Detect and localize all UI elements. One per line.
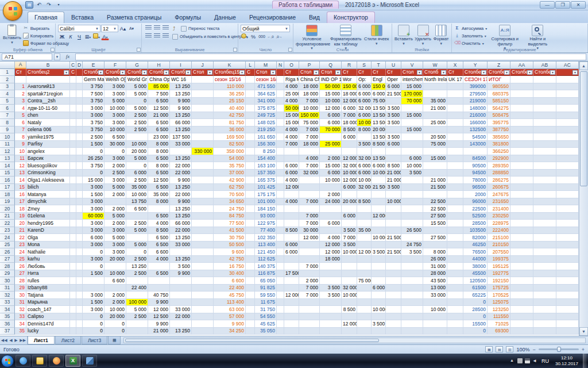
cell-X23[interactable] — [447, 227, 463, 235]
cell-M27[interactable]: 112 625 — [255, 256, 277, 263]
cell-U6[interactable]: 3 500 — [386, 105, 401, 112]
cell-K29[interactable]: 30 400 — [214, 270, 246, 278]
column-header-M[interactable]: M — [255, 62, 277, 69]
cell-N22[interactable] — [277, 220, 284, 227]
cell-W25[interactable] — [423, 241, 447, 249]
cell-U22[interactable] — [386, 220, 401, 227]
cell-K31[interactable]: 22 400 — [214, 285, 246, 292]
cell-O17[interactable]: 12 000 — [284, 184, 299, 191]
cell-L31[interactable] — [246, 285, 255, 292]
sheet-tab-navigation[interactable]: ◀◀ ◀ ▶ ▶▶ — [0, 336, 28, 344]
cell-AC14[interactable] — [556, 162, 579, 170]
cell-C2[interactable] — [70, 76, 76, 83]
cell-L18[interactable] — [246, 191, 255, 198]
cell-W7[interactable] — [423, 112, 447, 120]
filter-dropdown-icon[interactable]: ▼ — [417, 70, 422, 75]
cell-S7[interactable]: 6 000 — [357, 112, 372, 120]
cell-K35[interactable]: 57 000 — [214, 313, 246, 321]
cell-F37[interactable]: 0 — [105, 328, 126, 335]
row-header-3[interactable]: 3 — [0, 83, 15, 91]
cell-A11[interactable]: 9 — [15, 141, 26, 148]
cell-A34[interactable]: 32 — [15, 306, 26, 313]
cell-X28[interactable] — [447, 263, 463, 270]
wrap-text-button[interactable]: Перенос текста — [181, 25, 219, 32]
cell-X26[interactable] — [447, 248, 463, 256]
cell-A4[interactable]: 2 — [15, 90, 26, 98]
cell-V18[interactable] — [401, 191, 423, 198]
column-header-F[interactable]: F — [105, 62, 126, 69]
cell-Q14[interactable]: 15 000 — [320, 162, 342, 170]
cell-V4[interactable]: 170 000 — [401, 90, 423, 98]
cell-R14[interactable]: 32 000 — [342, 162, 357, 170]
cell-S2[interactable]: Op: — [357, 76, 372, 83]
cell-M34[interactable]: 31 750 — [255, 306, 277, 313]
insert-cells-button[interactable]: + Вставить▼ — [394, 25, 413, 46]
cell-Y16[interactable]: 78000 — [463, 177, 488, 184]
cell-D4[interactable] — [76, 90, 83, 98]
cell-B4[interactable]: spartak71region — [26, 90, 70, 98]
cell-F7[interactable]: 3 000 — [105, 112, 126, 120]
cell-D23[interactable] — [76, 227, 83, 235]
cell-V9[interactable]: 15 000 — [401, 126, 423, 134]
cell-Q21[interactable] — [320, 213, 342, 220]
cell-I23[interactable]: 22 000 — [170, 227, 192, 235]
cell-Y28[interactable]: 38000 — [463, 263, 488, 270]
cell-N7[interactable] — [277, 112, 284, 120]
table-header-L1[interactable]: С — [246, 69, 255, 76]
cell-O15[interactable]: 6 000 — [284, 170, 299, 177]
cell-J24[interactable] — [192, 234, 214, 241]
row-header-36[interactable]: 36 — [0, 320, 15, 328]
cell-S22[interactable] — [357, 220, 372, 227]
cell-AC15[interactable] — [556, 170, 579, 177]
font-dialog-launcher[interactable] — [137, 48, 141, 52]
zoom-out-icon[interactable]: − — [532, 347, 535, 352]
cell-T37[interactable] — [372, 328, 386, 335]
row-header-1[interactable]: 1 — [0, 69, 15, 76]
cell-Q5[interactable]: 10 000 — [320, 98, 342, 105]
cell-I27[interactable]: 13 250 — [170, 256, 192, 263]
cell-N36[interactable] — [277, 320, 284, 328]
cell-Z37[interactable]: 69300 — [488, 328, 510, 335]
cell-H34[interactable]: 12 000 — [148, 306, 170, 313]
sheet-tab-list2[interactable]: Лист2 — [55, 336, 81, 344]
cell-Q28[interactable] — [320, 263, 342, 270]
cell-AC8[interactable] — [556, 119, 579, 126]
cell-O32[interactable]: 12 000 — [284, 292, 299, 299]
cell-T4[interactable]: 6 000 — [372, 90, 386, 98]
table-header-AB1[interactable]: Столбе▼ — [533, 69, 556, 76]
cell-D36[interactable] — [76, 320, 83, 328]
cell-AC36[interactable] — [556, 320, 579, 328]
cell-D6[interactable] — [76, 105, 83, 112]
table-header-X1[interactable]: Ст — [447, 69, 463, 76]
cell-F26[interactable]: 3 000 — [105, 248, 126, 256]
cell-AA25[interactable] — [510, 241, 533, 249]
cell-X13[interactable] — [447, 155, 463, 163]
row-header-27[interactable]: 27 — [0, 256, 15, 263]
cell-E36[interactable]: 0 — [83, 320, 105, 328]
cell-J20[interactable] — [192, 205, 214, 213]
cell-Z12[interactable]: 366250 — [488, 148, 510, 155]
cell-E28[interactable]: 0 — [83, 263, 105, 270]
row-header-25[interactable]: 25 — [0, 241, 15, 249]
cell-P28[interactable]: 7 000 — [299, 263, 320, 270]
cell-AB30[interactable] — [533, 277, 556, 285]
cell-U19[interactable]: 10 000 — [386, 198, 401, 206]
cell-W31[interactable]: 13 000 — [423, 285, 447, 292]
cell-M29[interactable]: 116 875 — [255, 270, 277, 278]
cell-W10[interactable]: 20 500 — [423, 133, 447, 141]
cell-A3[interactable]: 1 — [15, 83, 26, 91]
cell-Q11[interactable]: 25 000 — [320, 141, 342, 148]
cell-S29[interactable] — [357, 270, 372, 278]
cell-Y6[interactable]: 148000 — [463, 105, 488, 112]
cell-L12[interactable] — [246, 148, 255, 155]
cell-U9[interactable] — [386, 126, 401, 134]
row-header-24[interactable]: 24 — [0, 234, 15, 241]
cell-AC7[interactable] — [556, 112, 579, 120]
cell-O14[interactable]: 6 000 — [284, 162, 299, 170]
cell-E6[interactable]: 3 000 — [83, 105, 105, 112]
cell-I11[interactable]: 33 000 — [170, 141, 192, 148]
cell-H33[interactable]: 9 900 — [148, 299, 170, 306]
cell-C30[interactable] — [70, 277, 76, 285]
cell-U3[interactable]: 6 000 — [386, 83, 401, 91]
borders-button[interactable]: ⊞▾ — [84, 33, 92, 40]
